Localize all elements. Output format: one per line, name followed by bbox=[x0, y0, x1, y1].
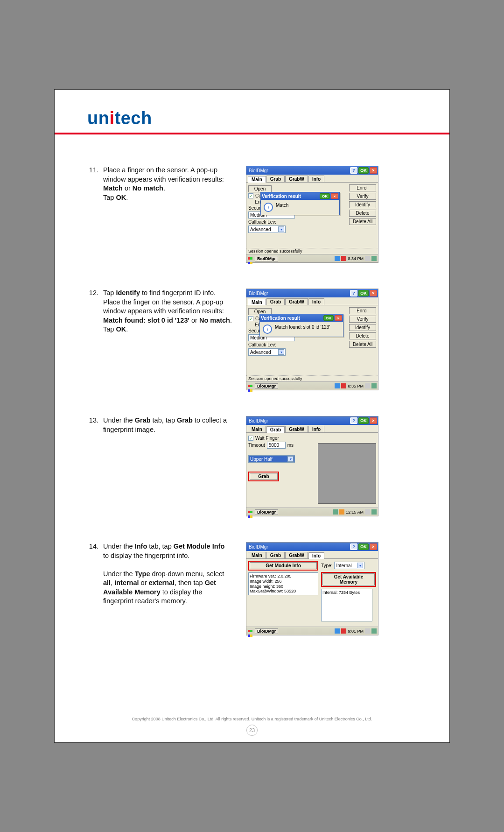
tab-grabw[interactable]: GrabW bbox=[285, 176, 308, 182]
delete-button[interactable]: Delete bbox=[349, 332, 376, 339]
start-flag-icon[interactable] bbox=[248, 628, 253, 634]
tab-info[interactable]: Info bbox=[308, 176, 324, 182]
tab-main[interactable]: Main bbox=[248, 552, 266, 558]
verify-button[interactable]: Verify bbox=[349, 193, 376, 200]
tray-icon[interactable] bbox=[341, 383, 346, 388]
open-button[interactable]: Open bbox=[248, 185, 272, 192]
ok-button[interactable]: OK bbox=[358, 543, 369, 550]
tab-main[interactable]: Main bbox=[248, 176, 266, 183]
wait-finger-label: Wait Finger bbox=[255, 436, 279, 441]
window-titlebar: BioIDMgr ? OK × bbox=[246, 543, 378, 551]
tray-icon[interactable] bbox=[371, 509, 377, 515]
get-available-memory-button[interactable]: Get Available Memory bbox=[322, 573, 375, 585]
tab-main[interactable]: Main bbox=[248, 426, 266, 432]
tray-icon[interactable] bbox=[365, 509, 370, 515]
grab-button[interactable]: Grab bbox=[250, 473, 278, 480]
tray-icon[interactable] bbox=[365, 383, 370, 388]
step-text: 13. Under the Grab tab, tap Grab to coll… bbox=[87, 416, 232, 516]
window-title: BioIDMgr bbox=[249, 418, 268, 423]
enroll-button[interactable]: Enroll bbox=[349, 184, 376, 191]
ok-button[interactable]: OK bbox=[358, 417, 369, 424]
tab-info[interactable]: Info bbox=[308, 426, 324, 432]
close-button[interactable]: × bbox=[370, 290, 377, 296]
tab-grab[interactable]: Grab bbox=[266, 426, 285, 433]
help-button[interactable]: ? bbox=[350, 167, 357, 174]
info-icon: i bbox=[264, 203, 273, 212]
popup-ok-button[interactable]: OK bbox=[323, 315, 334, 321]
enroll-button[interactable]: Enroll bbox=[349, 307, 376, 314]
start-flag-icon[interactable] bbox=[248, 256, 253, 261]
region-select[interactable]: Upper Half▾ bbox=[248, 455, 295, 463]
tab-grabw[interactable]: GrabW bbox=[285, 426, 308, 432]
callback-select[interactable]: Advanced▾ bbox=[248, 348, 286, 356]
highlight-box: Grab bbox=[248, 472, 279, 481]
tray-icon[interactable] bbox=[335, 628, 340, 634]
ok-button[interactable]: OK bbox=[358, 167, 369, 174]
ok-button[interactable]: OK bbox=[358, 290, 369, 296]
help-button[interactable]: ? bbox=[350, 290, 357, 296]
taskbar: BioIDMgr 9:01 PM bbox=[246, 627, 378, 635]
taskbar-app[interactable]: BioIDMgr bbox=[255, 383, 278, 389]
delete-all-button[interactable]: Delete All bbox=[349, 341, 376, 348]
tray-icon[interactable] bbox=[365, 628, 370, 634]
get-module-info-button[interactable]: Get Module Info bbox=[250, 562, 317, 569]
step-13: 13. Under the Grab tab, tap Grab to coll… bbox=[87, 416, 417, 516]
step-text: 14. Under the Info tab, tap Get Module I… bbox=[87, 542, 232, 635]
popup-close-button[interactable]: × bbox=[335, 315, 342, 321]
tray-icon[interactable] bbox=[371, 256, 377, 261]
tab-grab[interactable]: Grab bbox=[266, 176, 285, 182]
identify-button[interactable]: Identify bbox=[349, 324, 376, 331]
popup-ok-button[interactable]: OK bbox=[320, 193, 330, 199]
delete-button[interactable]: Delete bbox=[349, 210, 376, 217]
timeout-label: Timeout bbox=[248, 443, 265, 448]
tray-icon[interactable] bbox=[341, 256, 346, 261]
tray-icon[interactable] bbox=[333, 509, 338, 515]
help-button[interactable]: ? bbox=[350, 417, 357, 424]
tab-grab[interactable]: Grab bbox=[266, 552, 285, 558]
chevron-down-icon: ▾ bbox=[278, 226, 284, 232]
step-body: Under the Info tab, tap Get Module Info … bbox=[103, 542, 232, 635]
tab-main[interactable]: Main bbox=[248, 299, 266, 305]
step-body: Place a finger on the sensor. A pop-up w… bbox=[103, 166, 232, 263]
taskbar-app[interactable]: BioIDMgr bbox=[255, 256, 278, 261]
type-select[interactable]: Internal▾ bbox=[334, 562, 364, 569]
consolidate-checkbox[interactable]: ✓ bbox=[248, 193, 253, 198]
tray-icon[interactable] bbox=[341, 628, 346, 634]
consolidate-checkbox[interactable]: ✓ bbox=[248, 316, 253, 321]
system-tray: 8:34 PM bbox=[335, 256, 377, 261]
tab-grabw[interactable]: GrabW bbox=[285, 552, 308, 558]
popup-title: Verification result bbox=[262, 194, 301, 199]
tray-icon[interactable] bbox=[335, 383, 340, 388]
tab-grabw[interactable]: GrabW bbox=[285, 298, 308, 305]
tray-icon[interactable] bbox=[365, 256, 370, 261]
tray-icon[interactable] bbox=[371, 628, 377, 634]
callback-select[interactable]: Advanced▾ bbox=[248, 226, 286, 233]
tab-info[interactable]: Info bbox=[308, 552, 324, 559]
start-flag-icon[interactable] bbox=[248, 509, 253, 515]
tab-grab[interactable]: Grab bbox=[266, 298, 285, 305]
tab-info[interactable]: Info bbox=[308, 298, 324, 305]
identify-button[interactable]: Identify bbox=[349, 201, 376, 208]
taskbar: BioIDMgr 8:34 PM bbox=[246, 254, 378, 262]
wait-finger-checkbox[interactable]: ✓ bbox=[248, 436, 253, 441]
timeout-field[interactable]: 5000 bbox=[267, 442, 286, 449]
close-button[interactable]: × bbox=[370, 543, 377, 550]
copyright-footer: Copyright 2008 Unitech Electronics Co., … bbox=[55, 717, 449, 721]
info-icon: i bbox=[263, 324, 272, 334]
start-flag-icon[interactable] bbox=[248, 383, 253, 389]
tray-icon[interactable] bbox=[371, 383, 377, 388]
clock: 8:35 PM bbox=[348, 384, 364, 388]
tray-icon[interactable] bbox=[335, 256, 340, 261]
help-button[interactable]: ? bbox=[350, 543, 357, 550]
close-button[interactable]: × bbox=[370, 167, 377, 174]
taskbar-app[interactable]: BioIDMgr bbox=[255, 628, 278, 634]
verify-button[interactable]: Verify bbox=[349, 316, 376, 323]
session-status: Session opened successfully bbox=[246, 375, 378, 381]
verification-popup: Verification result OK × i Match bbox=[260, 192, 340, 215]
tray-icon[interactable] bbox=[339, 509, 344, 515]
close-button[interactable]: × bbox=[370, 417, 377, 424]
delete-all-button[interactable]: Delete All bbox=[349, 218, 376, 225]
taskbar-app[interactable]: BioIDMgr bbox=[255, 509, 278, 515]
ms-label: ms bbox=[287, 443, 294, 448]
popup-close-button[interactable]: × bbox=[331, 193, 338, 199]
